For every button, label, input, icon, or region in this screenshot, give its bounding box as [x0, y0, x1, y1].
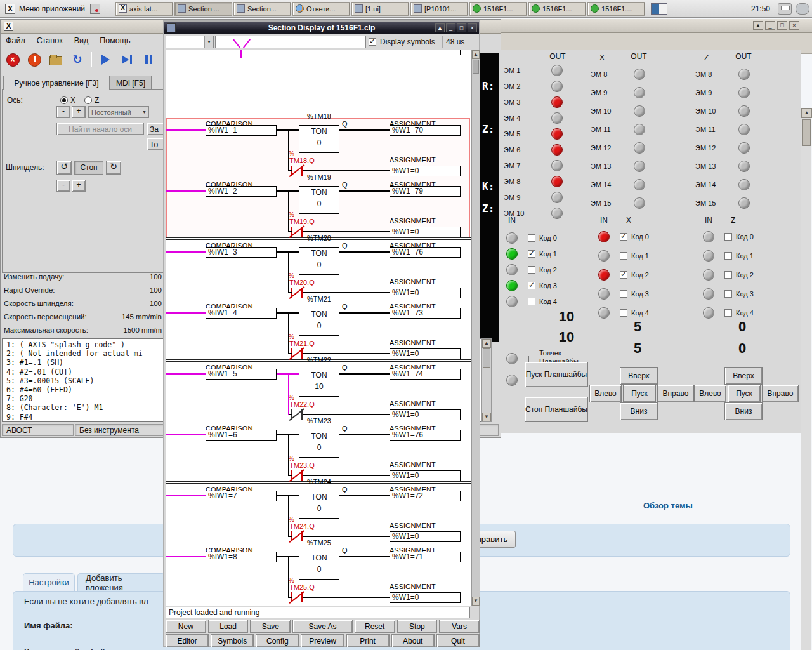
override-row[interactable]: Скорость шпинделя: 100: [1, 297, 164, 310]
spindle-plus-button[interactable]: +: [72, 180, 86, 192]
ladder-button[interactable]: Quit: [436, 634, 480, 647]
minimize-icon[interactable]: _: [446, 23, 455, 32]
tab-attachments[interactable]: Добавить вложения: [77, 573, 165, 591]
scroll-up-icon[interactable]: ▲: [472, 50, 480, 59]
display-symbols-checkbox[interactable]: [369, 38, 376, 46]
radio-axis-x[interactable]: [60, 96, 68, 104]
menu-item[interactable]: Станок: [37, 36, 63, 45]
comparison-box[interactable]: %IW1=7: [206, 491, 277, 501]
checkbox[interactable]: [724, 290, 732, 298]
ladder-rung[interactable]: COMPARISON %IW1=3 %TM20 Q TON 0 ASSIGNME…: [166, 242, 471, 303]
run-button[interactable]: [97, 51, 114, 68]
assignment-box[interactable]: %W1=76: [390, 247, 461, 258]
checkbox[interactable]: [620, 309, 627, 317]
timer-block[interactable]: TON 0: [299, 552, 339, 580]
ladder-button[interactable]: Reset: [355, 620, 395, 633]
assignment-box[interactable]: %W1=79: [390, 186, 461, 197]
scroll-down-icon[interactable]: ▼: [472, 597, 480, 606]
scroll-down-icon[interactable]: ▼: [482, 413, 491, 421]
timer-block[interactable]: TON 10: [299, 369, 339, 397]
open-file-button[interactable]: [48, 51, 64, 68]
ladder-button[interactable]: Config: [256, 634, 299, 647]
checkbox[interactable]: [724, 271, 732, 279]
launcher-icon[interactable]: [90, 4, 100, 14]
comparison-box[interactable]: %IW1=6: [206, 430, 277, 441]
assignment-box[interactable]: %W1=74: [390, 369, 461, 380]
checkbox[interactable]: [620, 233, 627, 241]
assignment-box[interactable]: %W1=0: [390, 409, 461, 420]
ladder-button[interactable]: Load: [208, 620, 249, 633]
reload-button[interactable]: ↻: [69, 51, 86, 68]
ladder-rung[interactable]: COMPARISON %IW1=7 %TM24 Q TON 0 ASSIGNME…: [166, 486, 471, 547]
ladder-titlebar[interactable]: Section Display of 1516F1.clp ▲ _ □ ×: [164, 22, 479, 34]
jog-left-button[interactable]: Влево: [694, 385, 726, 402]
timer-block[interactable]: TON 0: [299, 491, 339, 519]
ladder-rung[interactable]: COMPARISON %IW1=1 %TM18 Q TON 0 ASSIGNME…: [166, 121, 471, 182]
spindle-cw-button[interactable]: ↻: [106, 161, 121, 175]
timer-block[interactable]: TON 0: [299, 186, 339, 214]
ladder-button[interactable]: Vars: [439, 620, 480, 633]
ladder-rung[interactable]: COMPARISON %IW1=6 %TM23 Q TON 0 ASSIGNME…: [166, 425, 471, 486]
taskbar-window-button[interactable]: 1516F1....: [587, 2, 645, 16]
jog-plus-button[interactable]: +: [72, 106, 86, 118]
assignment-box[interactable]: %W1=0: [390, 531, 461, 542]
topic-review-link[interactable]: Обзор темы: [643, 501, 693, 510]
ladder-scrollbar[interactable]: ▲ ▼: [471, 50, 480, 606]
checkbox[interactable]: [528, 250, 535, 258]
jog-start-button[interactable]: Пуск: [623, 385, 656, 402]
override-row[interactable]: Изменить подачу: 100: [1, 270, 164, 284]
close-icon[interactable]: ×: [468, 23, 477, 32]
comparison-box[interactable]: %IW1=3: [206, 247, 277, 258]
checkbox[interactable]: [528, 234, 535, 242]
override-row[interactable]: Максимальная скорость: 1500 mm/m: [1, 324, 164, 337]
jog-mode-combo[interactable]: Постоянный ▾: [88, 106, 149, 118]
override-row[interactable]: Скорость перемещений: 145 mm/min: [1, 310, 164, 324]
comparison-box[interactable]: %IW1=5: [206, 369, 277, 380]
ladder-button[interactable]: Save: [250, 620, 291, 633]
scroll-up-icon[interactable]: ▲: [801, 108, 812, 118]
jog-up-button[interactable]: Вверх: [724, 367, 763, 385]
ladder-button[interactable]: Preview: [301, 634, 344, 647]
timer-block[interactable]: TON 0: [299, 308, 339, 336]
checkbox[interactable]: [724, 233, 732, 241]
pause-button[interactable]: [140, 51, 157, 68]
ladder-button[interactable]: Stop: [397, 620, 438, 633]
scrollbar-thumb[interactable]: [473, 60, 479, 74]
scrollbar-thumb[interactable]: [483, 348, 490, 368]
taskbar-window-button[interactable]: axis-lat...: [115, 2, 173, 16]
checkbox[interactable]: [620, 252, 627, 260]
comparison-box[interactable]: %IW1=1: [206, 125, 277, 136]
printer-icon[interactable]: [778, 3, 792, 15]
ladder-status-field[interactable]: Project loaded and running: [166, 607, 470, 618]
assignment-box[interactable]: %W1=76: [390, 430, 461, 441]
taskbar-window-button[interactable]: 1516F1...: [528, 2, 586, 16]
assignment-box[interactable]: %W1=0: [390, 348, 461, 359]
radio-axis-z[interactable]: [84, 96, 92, 104]
assignment-box[interactable]: %W1=73: [390, 308, 461, 319]
menu-item[interactable]: Вид: [74, 36, 89, 45]
jog-minus-button[interactable]: -: [56, 106, 70, 118]
minimize-icon[interactable]: _: [765, 21, 775, 30]
assignment-box[interactable]: %W1=72: [390, 491, 461, 501]
gcode-scrollbar[interactable]: ▲ ▼: [481, 338, 492, 422]
jog-left-button[interactable]: Влево: [589, 385, 622, 402]
ladder-button[interactable]: Editor: [166, 634, 209, 647]
workspace-pager[interactable]: [651, 3, 667, 15]
checkbox[interactable]: [724, 252, 732, 260]
checkbox[interactable]: [528, 266, 535, 274]
jog-start-button[interactable]: Пуск: [728, 385, 761, 402]
checkbox[interactable]: [528, 282, 535, 289]
taskbar-window-button[interactable]: Section...: [233, 2, 291, 16]
checkbox[interactable]: [620, 290, 627, 298]
menu-item[interactable]: Помощь: [100, 36, 130, 45]
close-icon[interactable]: ×: [789, 21, 799, 30]
maximize-icon[interactable]: □: [777, 21, 787, 30]
ladder-rung[interactable]: COMPARISON %IW1=2 %TM19 Q TON 0 ASSIGNME…: [166, 182, 471, 242]
jog-down-button[interactable]: Вниз: [620, 402, 658, 420]
tab-manual-control[interactable]: Ручное управление [F3]: [3, 76, 110, 90]
comparison-box[interactable]: %IW1=8: [206, 552, 277, 562]
assignment-box[interactable]: %W1=0: [390, 288, 461, 298]
faceplate-start-button[interactable]: Пуск Планшайбы: [525, 362, 588, 387]
estop-button[interactable]: ×: [4, 51, 21, 68]
ladder-rung[interactable]: COMPARISON %IW1=5 %TM22 Q TON 10 ASSIGNM…: [166, 364, 471, 425]
